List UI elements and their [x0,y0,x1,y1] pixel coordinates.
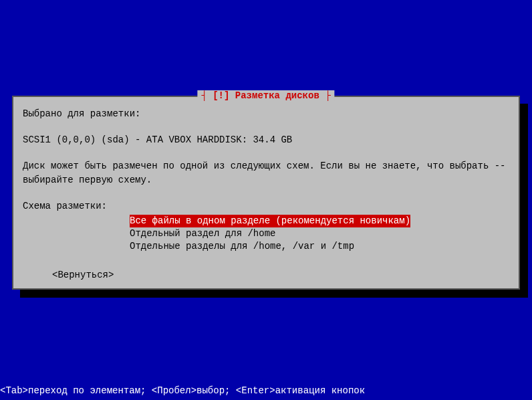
back-button[interactable]: <Вернуться> [52,269,509,282]
dialog-content: Выбрано для разметки: SCSI1 (0,0,0) (sda… [13,97,519,292]
option-separate-home-var-tmp[interactable]: Отдельные разделы для /home, /var и /tmp [130,240,354,253]
dialog-title: ┤ [!] Разметка дисков ├ [197,90,334,101]
option-all-one-partition[interactable]: Все файлы в одном разделе (рекомендуется… [130,215,410,227]
option-separate-home[interactable]: Отдельный раздел для /home [130,227,275,240]
spacer [23,148,509,160]
spacer [23,188,509,200]
scheme-label: Схема разметки: [23,200,509,213]
alert-icon: [!] [213,90,229,101]
title-prefix: ┤ [201,90,213,101]
title-text: Разметка дисков [229,90,319,101]
footer-hints: <Tab>переход по элементам; <Пробел>выбор… [0,385,365,396]
title-suffix: ├ [319,90,331,101]
scheme-options: Все файлы в одном разделе (рекомендуется… [130,215,509,253]
description-line1: Диск может быть размечен по одной из сле… [23,160,509,173]
intro-label: Выбрано для разметки: [23,108,509,120]
partition-dialog: ┤ [!] Разметка дисков ├ Выбрано для разм… [12,96,520,290]
description-line2: выбирайте первую схему. [23,174,509,187]
disk-info: SCSI1 (0,0,0) (sda) - ATA VBOX HARDDISK:… [23,134,509,146]
spacer [23,122,509,134]
